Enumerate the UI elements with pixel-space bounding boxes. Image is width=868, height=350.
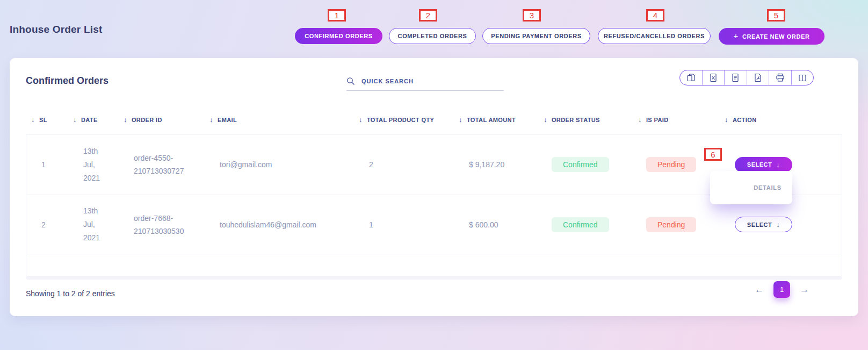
annotation-box-1: 1 (328, 9, 346, 22)
annotation-box-6: 6 (704, 148, 722, 161)
cell-is-paid: Pending (633, 134, 720, 195)
sort-icon[interactable]: ↓ (725, 116, 728, 124)
cell-email: touhedulislam46@gmail.com (205, 195, 354, 254)
entries-summary: Showing 1 to 2 of 2 entries (26, 289, 115, 298)
page-title: Inhouse Order List (10, 24, 103, 35)
orders-card: Confirmed Orders (10, 58, 858, 316)
cell-date: 13th Jul, 2021 (68, 195, 119, 254)
cell-order-status: Confirmed (539, 134, 633, 195)
details-menu-item[interactable]: DETAILS (754, 184, 792, 191)
create-new-order-button[interactable]: + CREATE NEW ORDER (719, 28, 824, 45)
cell-order-id: order-4550- 210713030727 (119, 134, 205, 195)
inhouse-order-list-page: Inhouse Order List CONFIRMED ORDERS COMP… (0, 0, 868, 350)
sort-icon[interactable]: ↓ (544, 116, 547, 124)
quick-search-input[interactable] (360, 77, 504, 85)
annotation-box-4: 4 (646, 9, 664, 22)
plus-icon: + (734, 31, 739, 40)
create-new-order-label: CREATE NEW ORDER (742, 33, 810, 40)
column-header-email: ↓EMAIL (204, 105, 353, 134)
tab-completed-orders[interactable]: COMPLETED ORDERS (389, 28, 476, 44)
tab-pending-payment-orders[interactable]: PENDING PAYMENT ORDERS (482, 28, 590, 44)
cell-sl: 2 (26, 195, 68, 254)
table-empty-space (26, 254, 842, 276)
chevron-down-icon: ↓ (776, 161, 780, 169)
tab-refused-cancelled-orders[interactable]: REFUSED/CANCELLED ORDERS (598, 28, 711, 44)
cell-qty: 1 (354, 195, 454, 254)
cell-qty: 2 (354, 134, 454, 195)
pagination: ← 1 → (755, 281, 809, 298)
annotation-box-3: 3 (523, 9, 541, 22)
select-dropdown-menu: DETAILS (710, 171, 792, 204)
sort-icon[interactable]: ↓ (359, 116, 363, 124)
cell-order-status: Confirmed (539, 195, 633, 254)
excel-export-button[interactable] (703, 70, 725, 85)
column-header-order-status: ↓ORDER STATUS (538, 105, 633, 134)
print-export-button[interactable] (769, 70, 792, 85)
cell-sl: 1 (26, 134, 68, 195)
annotation-box-5: 5 (767, 9, 785, 22)
card-title: Confirmed Orders (26, 75, 108, 87)
prev-page-arrow-icon[interactable]: ← (755, 284, 764, 295)
next-page-arrow-icon[interactable]: → (800, 284, 809, 295)
paid-status-badge: Pending (646, 217, 696, 232)
annotation-box-2: 2 (419, 9, 437, 22)
select-button[interactable]: SELECT ↓ (735, 217, 792, 232)
cell-date: 13th Jul, 2021 (68, 134, 119, 195)
column-header-total-product-qty: ↓TOTAL PRODUCT QTY (353, 105, 453, 134)
cell-amount: $ 9,187.20 (454, 134, 539, 195)
column-header-is-paid: ↓IS PAID (633, 105, 719, 134)
cell-email: tori@gmail.com (205, 134, 354, 195)
chevron-down-icon: ↓ (776, 220, 780, 228)
sort-icon[interactable]: ↓ (124, 116, 127, 124)
column-visibility-button[interactable] (792, 70, 814, 85)
search-icon (346, 77, 355, 85)
paid-status-badge: Pending (646, 157, 696, 172)
column-header-order-id: ↓ORDER ID (118, 105, 204, 134)
pdf-export-button[interactable] (747, 70, 770, 85)
sort-icon[interactable]: ↓ (209, 116, 213, 124)
column-header-total-amount: ↓TOTAL AMOUNT (453, 105, 538, 134)
tab-confirmed-orders[interactable]: CONFIRMED ORDERS (295, 28, 382, 44)
cell-is-paid: Pending (633, 195, 720, 254)
page-number-button[interactable]: 1 (773, 281, 790, 298)
table-bottom-edge (26, 276, 842, 280)
sort-icon[interactable]: ↓ (73, 116, 77, 124)
column-header-action: ↓ACTION (719, 105, 842, 134)
pdf-icon (754, 73, 762, 82)
status-badge: Confirmed (552, 217, 609, 232)
export-toolbar (679, 70, 814, 85)
sort-icon[interactable]: ↓ (638, 116, 642, 124)
csv-export-button[interactable] (725, 70, 747, 85)
sort-icon[interactable]: ↓ (31, 116, 35, 124)
status-badge: Confirmed (552, 157, 609, 172)
cell-amount: $ 600.00 (454, 195, 539, 254)
select-button[interactable]: SELECT ↓ (735, 157, 792, 173)
column-header-date: ↓DATE (68, 105, 118, 134)
columns-icon (798, 74, 807, 82)
quick-search (346, 72, 504, 91)
sort-icon[interactable]: ↓ (459, 116, 462, 124)
file-text-icon (731, 73, 740, 82)
copy-icon (686, 73, 696, 82)
copy-export-button[interactable] (680, 70, 703, 85)
printer-icon (776, 73, 785, 82)
column-header-sl: ↓SL (26, 105, 68, 134)
cell-order-id: order-7668- 210713030530 (119, 195, 205, 254)
excel-icon (709, 73, 718, 82)
table-header-row: ↓SL ↓DATE ↓ORDER ID ↓EMAIL ↓TOTAL PRODUC… (26, 105, 842, 134)
